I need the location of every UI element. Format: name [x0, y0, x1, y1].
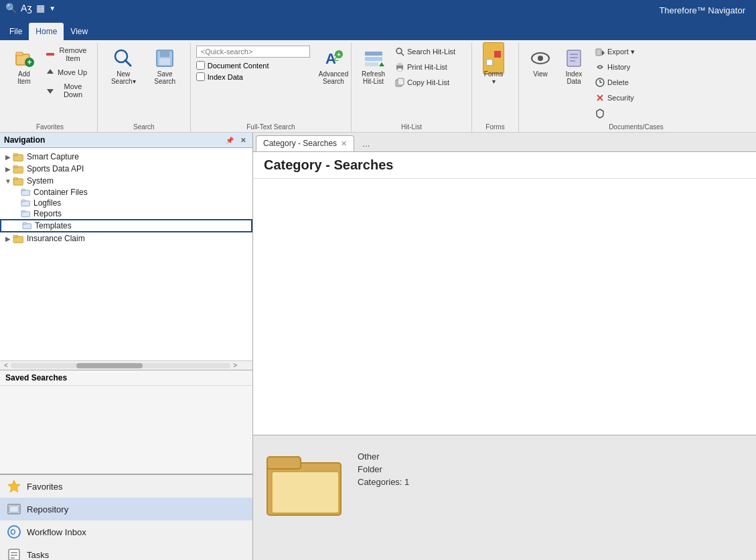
search-group-label: Search: [103, 121, 185, 132]
quick-search-input[interactable]: [196, 46, 310, 58]
history-button[interactable]: Delete: [591, 75, 638, 90]
search-hitlist-icon: [394, 46, 405, 57]
expand-system[interactable]: ▼: [3, 176, 13, 186]
additional-info-content: Other Folder Categories: 1: [253, 435, 756, 560]
docs-buttons: View IndexData Exp: [524, 44, 638, 121]
tree-item-reports-nav[interactable]: Reports: [0, 208, 252, 219]
nav-repository-label: Repository: [27, 504, 68, 514]
tab-close-button[interactable]: ✕: [341, 139, 347, 148]
svg-marker-56: [8, 480, 20, 492]
nav-repository-item[interactable]: Repository: [0, 498, 252, 520]
folder-icon-system: [13, 176, 24, 186]
delete-button[interactable]: Security: [591, 90, 638, 105]
security-icon: [595, 108, 605, 119]
move-up-icon: [45, 67, 56, 78]
menu-home[interactable]: Home: [29, 23, 64, 40]
index-data-button[interactable]: IndexData: [558, 44, 590, 88]
add-item-button[interactable]: + Add Item: [8, 44, 40, 88]
links-button[interactable]: History: [591, 60, 638, 74]
view-button[interactable]: View: [524, 44, 556, 81]
app-title: Therefore™ Navigator: [659, 5, 745, 15]
tab-category-searches[interactable]: Category - Searches ✕: [256, 135, 354, 151]
tree-item-system[interactable]: ▼ System: [0, 175, 252, 187]
remove-item-icon: [45, 49, 56, 60]
quick-access-grid-icon[interactable]: ▦: [36, 3, 45, 13]
move-down-icon: [45, 85, 56, 96]
tree-item-templates[interactable]: Templates: [0, 219, 252, 232]
expand-insurance-claim[interactable]: ▶: [3, 233, 13, 244]
smart-capture-label: Smart Capture: [27, 152, 79, 161]
star-icon: [7, 479, 21, 494]
delete-icon: [595, 92, 605, 103]
expand-sports-data[interactable]: ▶: [3, 163, 13, 174]
svg-rect-18: [365, 62, 378, 66]
export-button[interactable]: Export ▾: [591, 44, 638, 59]
tree-item-smart-capture[interactable]: ▶ Smart Capture: [0, 151, 252, 163]
forms-icon: [483, 48, 504, 69]
svg-rect-43: [13, 165, 17, 167]
tree-item-insurance-claim[interactable]: ▶ Insurance Claim: [0, 232, 252, 244]
search-hitlist-button[interactable]: Search Hit-List: [391, 44, 459, 59]
print-hitlist-button[interactable]: Print Hit-List: [391, 60, 459, 74]
nav-tree[interactable]: ▶ Smart Capture ▶ Sports Data API ▼: [0, 148, 252, 360]
save-search-button[interactable]: Save Search: [145, 44, 185, 88]
svg-marker-19: [379, 62, 384, 66]
ribbon: + Add Item Remove Item Move Up: [0, 40, 756, 133]
remove-item-label: Remove Item: [58, 46, 88, 62]
move-up-button[interactable]: Move Up: [42, 65, 92, 80]
menu-file[interactable]: File: [3, 23, 29, 40]
tree-item-sports-data-api[interactable]: ▶ Sports Data API: [0, 163, 252, 175]
copy-hitlist-button[interactable]: Copy Hit-List: [391, 75, 459, 90]
copy-hitlist-icon: [394, 77, 405, 88]
tree-item-container-files[interactable]: Container Files: [0, 187, 252, 198]
menu-view[interactable]: View: [64, 23, 94, 40]
move-down-button[interactable]: Move Down: [42, 80, 92, 100]
print-hitlist-icon: [394, 62, 405, 72]
nav-scroll-x[interactable]: < >: [0, 360, 252, 370]
scrollbar-track[interactable]: [11, 363, 231, 368]
nav-tasks-label: Tasks: [27, 550, 49, 560]
print-hitlist-label: Print Hit-List: [407, 63, 447, 71]
svg-rect-41: [13, 153, 17, 155]
sports-data-label: Sports Data API: [27, 164, 84, 173]
docs-small-buttons: Export ▾ History Delete: [591, 44, 638, 121]
nav-pin-button[interactable]: 📌: [224, 135, 235, 145]
expand-smart-capture[interactable]: ▶: [3, 151, 13, 162]
refresh-hitlist-label: RefreshHit-List: [362, 70, 385, 85]
tree-item-logfiles[interactable]: Logfiles: [0, 198, 252, 208]
security-button[interactable]: [591, 106, 638, 121]
workflow-icon: [7, 524, 21, 539]
tasks-icon: [7, 547, 21, 560]
history-icon: [595, 77, 605, 88]
nav-close-button[interactable]: ✕: [238, 135, 248, 145]
new-search-button[interactable]: New Search▾: [103, 44, 144, 88]
tab-label: Category - Searches: [263, 139, 337, 148]
tab-more-button[interactable]: ...: [357, 135, 376, 151]
content-title: Category - Searches: [264, 157, 393, 172]
scroll-left-btn[interactable]: <: [4, 362, 8, 369]
svg-marker-5: [47, 69, 54, 74]
forms-group-label: Forms: [477, 121, 513, 132]
svg-rect-47: [21, 189, 25, 190]
refresh-hitlist-button[interactable]: RefreshHit-List: [357, 44, 390, 88]
nav-title: Navigation: [4, 135, 45, 145]
nav-header: Navigation 📌 ✕: [0, 133, 252, 148]
index-data-checkbox[interactable]: [196, 72, 205, 81]
quick-access-search-icon[interactable]: 🔍: [5, 3, 17, 13]
forms-button[interactable]: Forms▾: [477, 44, 510, 88]
nav-tasks-item[interactable]: Tasks: [0, 543, 252, 560]
quick-access-dropdown-icon[interactable]: ▼: [49, 5, 56, 12]
remove-item-button[interactable]: Remove Item: [42, 44, 92, 64]
folder-type: Other: [358, 451, 409, 462]
quick-access-counter-icon[interactable]: Aʒ: [21, 3, 32, 13]
scrollbar-thumb[interactable]: [76, 363, 143, 368]
bottom-nav: Favorites Repository: [0, 474, 252, 560]
forms-buttons: Forms▾: [477, 44, 510, 121]
folder-icon-insurance-claim: [13, 234, 24, 243]
nav-favorites-item[interactable]: Favorites: [0, 475, 252, 498]
nav-workflow-item[interactable]: Workflow Inbox: [0, 520, 252, 543]
advanced-search-button[interactable]: A z + Advanced Search: [314, 44, 353, 88]
document-content-checkbox[interactable]: [196, 61, 205, 70]
view-icon: [530, 48, 551, 69]
scroll-right-btn[interactable]: >: [233, 362, 237, 369]
